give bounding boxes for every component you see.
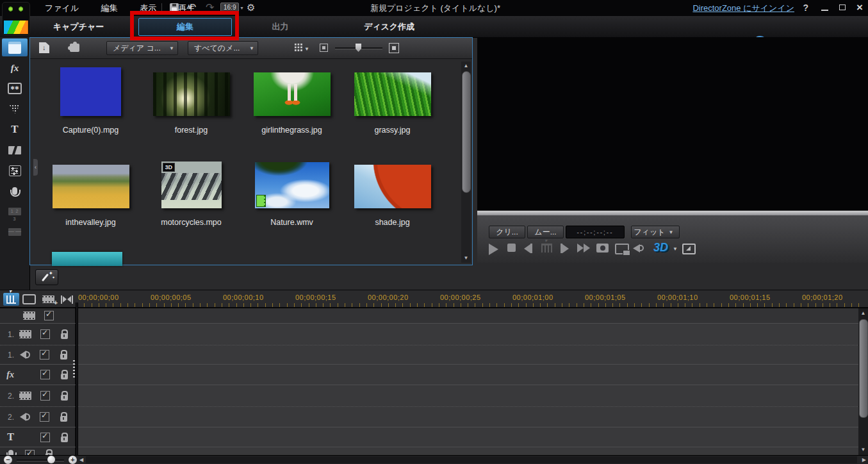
track-header[interactable]: 1.: [0, 345, 76, 364]
library-item[interactable]: girlinthegrass.jpg: [242, 67, 342, 135]
preview-seek-bar[interactable]: [477, 210, 868, 215]
previous-frame-button[interactable]: [524, 244, 532, 253]
subtitle-room-icon[interactable]: ——: [2, 223, 28, 241]
directorzone-signin-link[interactable]: DirectorZone にサインイン: [692, 0, 794, 16]
timeline-playhead[interactable]: [76, 302, 78, 455]
scroll-right-arrow[interactable]: ▶: [862, 457, 866, 463]
media-thumbnail[interactable]: [354, 72, 431, 116]
3d-mode-button[interactable]: 3D: [653, 241, 668, 254]
storyboard-view-button[interactable]: [21, 293, 37, 306]
minimize-button[interactable]: [821, 10, 828, 11]
zoom-fit-dropdown[interactable]: フィット ▼: [631, 226, 680, 238]
volume-speaker-icon[interactable]: [633, 244, 644, 253]
track-lock-icon[interactable]: [60, 354, 67, 360]
save-icon[interactable]: [170, 3, 179, 12]
media-thumbnail[interactable]: [354, 165, 431, 208]
scroll-down-arrow[interactable]: ▼: [858, 445, 868, 454]
track-manager-button[interactable]: [40, 293, 56, 306]
magic-tools-button[interactable]: ✦ ✦: [35, 269, 58, 285]
library-item[interactable]: forest.jpg: [141, 67, 242, 135]
track-enable-checkbox[interactable]: [40, 329, 50, 339]
preview-quality-icon[interactable]: [615, 244, 629, 254]
thumbnail-zoom-knob[interactable]: [356, 44, 361, 52]
track-enable-checkbox[interactable]: [40, 370, 50, 379]
library-collapse-handle[interactable]: ‹: [33, 159, 38, 176]
media-thumbnail[interactable]: [60, 67, 121, 116]
track-enable-checkbox[interactable]: [44, 311, 54, 320]
preview-viewport[interactable]: [477, 37, 868, 210]
media-thumbnail[interactable]: [255, 162, 329, 208]
track-header[interactable]: 2.: [0, 407, 76, 427]
media-room-icon[interactable]: [2, 38, 28, 56]
library-item[interactable]: grassy.jpg: [342, 67, 443, 135]
thumbnail-large-icon[interactable]: [389, 43, 399, 53]
timeline-vertical-scrollbar[interactable]: ▲ ▼: [858, 308, 868, 455]
timeline-zoom-out-button[interactable]: −: [4, 456, 12, 464]
thumbnail-small-icon[interactable]: [320, 44, 328, 52]
track-lock-icon[interactable]: [61, 436, 68, 442]
library-item[interactable]: inthevalley.jpg: [40, 160, 141, 227]
media-thumbnail[interactable]: [153, 72, 230, 116]
library-item[interactable]: 3D motorcycles.mpo: [141, 160, 242, 227]
scroll-left-arrow[interactable]: ◀: [79, 457, 83, 463]
stop-button[interactable]: [507, 244, 516, 252]
undock-preview-icon[interactable]: [682, 244, 696, 254]
library-item-partial[interactable]: [52, 252, 122, 266]
track-enable-checkbox[interactable]: [40, 433, 50, 442]
plugin-puzzle-icon[interactable]: [70, 44, 79, 52]
track-lock-icon[interactable]: [61, 333, 68, 339]
undo-icon[interactable]: ↶: [188, 1, 196, 13]
close-button[interactable]: ×: [856, 0, 863, 15]
ruler-tick-marks[interactable]: [77, 303, 864, 307]
scroll-up-arrow[interactable]: ▲: [858, 309, 868, 318]
fast-forward-button[interactable]: [577, 244, 590, 253]
tab-edit-selected[interactable]: 編集: [138, 18, 232, 36]
media-thumbnail[interactable]: [254, 72, 331, 116]
scrollbar-thumb[interactable]: [462, 71, 471, 193]
track-lane[interactable]: [76, 365, 868, 385]
clip-mode-button[interactable]: クリ...: [489, 226, 525, 238]
media-type-dropdown[interactable]: すべてのメ... ▼: [188, 41, 258, 55]
track-header[interactable]: 2.: [0, 385, 76, 406]
help-button[interactable]: ?: [803, 0, 808, 16]
view-grid-icon[interactable]: [294, 43, 303, 52]
track-header[interactable]: fx: [0, 365, 76, 385]
effect-room-icon[interactable]: fx: [2, 59, 28, 77]
track-lock-icon[interactable]: [61, 395, 68, 401]
track-lane[interactable]: [76, 427, 868, 447]
title-room-icon[interactable]: T: [2, 120, 28, 138]
transition-room-icon[interactable]: [2, 141, 28, 159]
track-header[interactable]: 1.: [0, 324, 76, 345]
scroll-up-arrow[interactable]: ▲: [461, 62, 471, 70]
timeline-zoom-in-button[interactable]: +: [69, 456, 77, 464]
next-frame-button[interactable]: [561, 244, 569, 253]
track-lock-icon[interactable]: [60, 416, 67, 422]
particle-room-icon[interactable]: [2, 100, 28, 118]
restore-button[interactable]: [839, 4, 846, 10]
track-lane[interactable]: [76, 407, 868, 427]
menu-edit[interactable]: 編集: [92, 0, 127, 16]
mark-in-icon[interactable]: [541, 244, 552, 253]
header-resize-grip[interactable]: [73, 360, 75, 378]
timeline-zoom-slider[interactable]: [17, 460, 64, 461]
timeline-horizontal-scrollbar[interactable]: [86, 456, 857, 463]
play-button[interactable]: [489, 244, 498, 255]
library-item[interactable]: Nature.wmv: [242, 160, 342, 227]
scrollbar-thumb[interactable]: [859, 319, 868, 418]
settings-gear-icon[interactable]: ⚙: [247, 2, 255, 13]
tab-produce[interactable]: 出力: [247, 16, 314, 37]
track-header[interactable]: T: [0, 427, 76, 447]
voiceover-room-icon[interactable]: [2, 182, 28, 200]
menu-view[interactable]: 表示: [130, 0, 166, 16]
timeline-view-button[interactable]: [3, 293, 19, 306]
timeline-zoom-knob[interactable]: [47, 456, 55, 463]
library-filter-dropdown[interactable]: メディア コ... ▼: [106, 41, 178, 55]
track-enable-checkbox[interactable]: [40, 412, 49, 422]
redo-icon[interactable]: ↷: [206, 1, 214, 13]
chapter-room-icon[interactable]: 1 2 3: [2, 203, 28, 220]
track-lane[interactable]: [76, 345, 868, 364]
track-lock-icon[interactable]: [61, 374, 68, 379]
tab-create-disc[interactable]: ディスク作成: [349, 16, 429, 37]
track-enable-checkbox[interactable]: [40, 350, 49, 360]
aspect-ratio-dropdown[interactable]: 16:9: [220, 3, 239, 12]
